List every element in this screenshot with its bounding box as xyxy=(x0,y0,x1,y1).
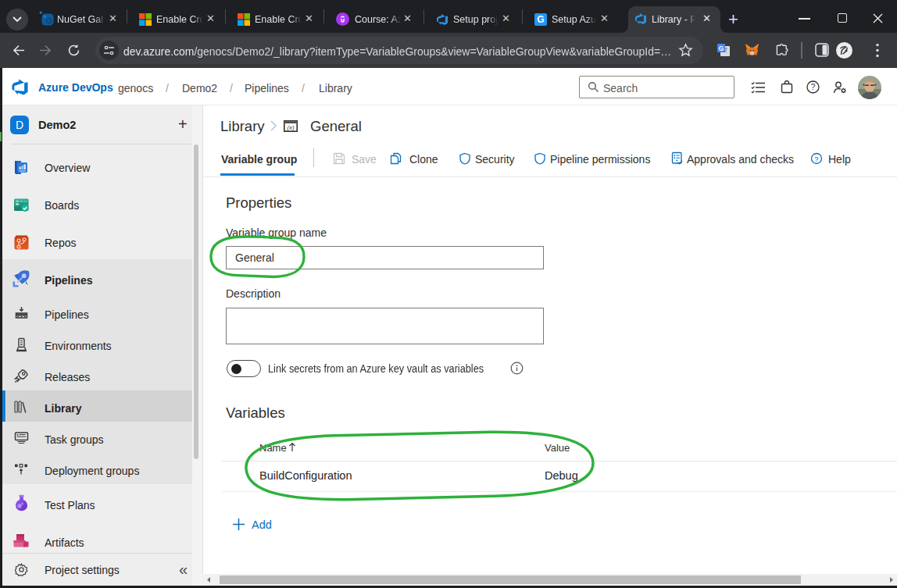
svg-text:G: G xyxy=(719,45,724,52)
svg-text:?: ? xyxy=(814,155,818,163)
svg-text:?: ? xyxy=(811,83,816,91)
svg-text:(x): (x) xyxy=(287,124,295,131)
